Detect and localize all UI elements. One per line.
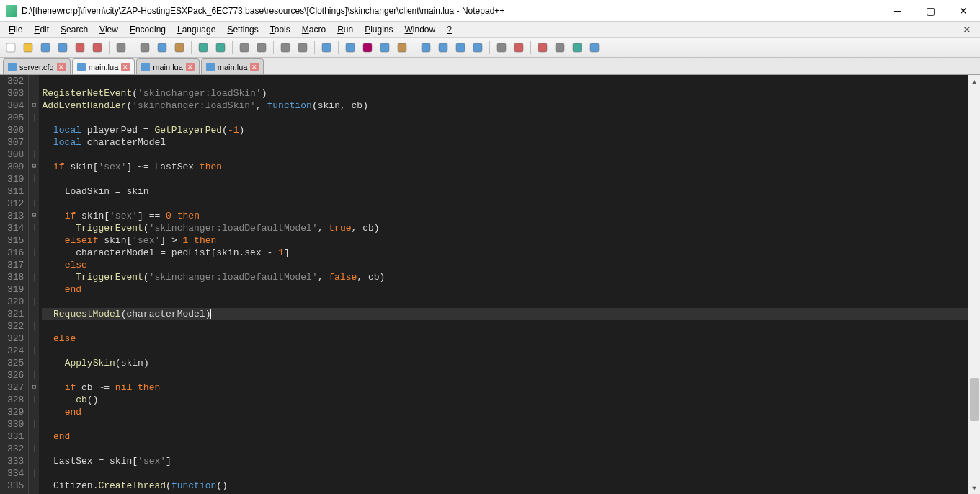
menu-help[interactable]: ? (441, 23, 458, 36)
code-line[interactable] (42, 75, 968, 87)
code-line[interactable]: LastSex = skin['sex'] (42, 455, 968, 467)
menu-macro[interactable]: Macro (296, 23, 331, 36)
code-line[interactable] (42, 369, 968, 381)
tab-close-icon[interactable]: ✕ (121, 63, 130, 71)
code-line[interactable]: LoadSkin = skin (42, 185, 968, 198)
code-line[interactable]: local characterModel (42, 136, 968, 149)
undo-button[interactable] (195, 40, 211, 56)
code-line[interactable]: end (42, 406, 968, 418)
code-line[interactable] (42, 418, 968, 431)
code-line[interactable]: Citizen.CreateThread(function() (42, 480, 968, 492)
function-button[interactable] (470, 40, 486, 56)
fold-marker[interactable]: ⊟ (29, 161, 39, 173)
code-line[interactable]: if cb ~= nil then (42, 381, 968, 394)
sync-button[interactable] (318, 40, 334, 56)
code-editor[interactable]: 3023033043053063073083093103113123133143… (0, 75, 968, 494)
code-line[interactable] (42, 149, 968, 161)
code-line[interactable]: else (42, 259, 968, 271)
scroll-thumb[interactable] (970, 378, 979, 421)
code-line[interactable]: RequestModel(characterModel) (42, 308, 968, 320)
menu-settings[interactable]: Settings (221, 23, 264, 36)
tab-2[interactable]: main.lua✕ (136, 58, 200, 74)
tab-close-icon[interactable]: ✕ (57, 63, 66, 71)
code-content[interactable]: RegisterNetEvent('skinchanger:loadSkin')… (39, 75, 968, 494)
zoom-in-button[interactable] (277, 40, 293, 56)
code-line[interactable] (42, 320, 968, 332)
tab-1[interactable]: main.lua✕ (72, 58, 135, 74)
menu-view[interactable]: View (94, 23, 124, 36)
comment-button[interactable] (435, 40, 451, 56)
playback-button[interactable] (511, 40, 527, 56)
code-line[interactable]: TriggerEvent('skinchanger:loadDefaultMod… (42, 222, 968, 234)
tab-3[interactable]: main.lua✕ (201, 58, 264, 74)
bookmark-button[interactable] (494, 40, 509, 56)
fold-marker[interactable]: ⊟ (29, 381, 39, 394)
close-button[interactable]: ✕ (947, 0, 980, 22)
tab-0[interactable]: server.cfg✕ (3, 58, 71, 74)
code-line[interactable]: AddEventHandler('skinchanger:loadSkin', … (42, 100, 968, 112)
save-all-button[interactable] (55, 40, 71, 56)
code-line[interactable]: end (42, 431, 968, 443)
tab-close-icon[interactable]: ✕ (250, 63, 259, 71)
copy-button[interactable] (154, 40, 170, 56)
menu-encoding[interactable]: Encoding (124, 23, 172, 36)
open-button[interactable] (20, 40, 36, 56)
cut-button[interactable] (137, 40, 153, 56)
menu-language[interactable]: Language (172, 23, 221, 36)
fold-column[interactable]: ⊟││⊟││⊟│││││││⊟│││││ (29, 75, 39, 494)
lang-button[interactable] (394, 40, 410, 56)
stop-button[interactable] (552, 40, 568, 56)
eol-button[interactable] (418, 40, 434, 56)
menu-search[interactable]: Search (55, 23, 94, 36)
redo-button[interactable] (213, 40, 228, 56)
code-line[interactable] (42, 112, 968, 124)
code-line[interactable]: elseif skin['sex'] > 1 then (42, 234, 968, 247)
maximize-button[interactable]: ▢ (914, 0, 947, 22)
code-line[interactable]: end (42, 283, 968, 296)
code-line[interactable] (42, 345, 968, 357)
menu-window[interactable]: Window (399, 23, 442, 36)
chars-button[interactable] (360, 40, 375, 56)
code-line[interactable]: characterModel = pedList[skin.sex - 1] (42, 247, 968, 259)
tab-close-icon[interactable]: ✕ (186, 63, 195, 71)
close-button[interactable] (72, 40, 88, 56)
menu-plugins[interactable]: Plugins (359, 23, 398, 36)
record-button[interactable] (535, 40, 551, 56)
find-button[interactable] (236, 40, 252, 56)
code-line[interactable] (42, 173, 968, 185)
play-rec-button[interactable] (569, 40, 585, 56)
code-line[interactable]: ApplySkin(skin) (42, 357, 968, 369)
menu-file[interactable]: File (3, 23, 28, 36)
menu-run[interactable]: Run (331, 23, 359, 36)
play-button[interactable] (587, 40, 602, 56)
vertical-scrollbar[interactable]: ▲ ▼ (968, 75, 980, 494)
replace-button[interactable] (254, 40, 270, 56)
scroll-down-icon[interactable]: ▼ (968, 482, 980, 494)
menu-edit[interactable]: Edit (28, 23, 55, 36)
fold-marker[interactable]: ⊟ (29, 100, 39, 112)
code-line[interactable]: TriggerEvent('skinchanger:loadDefaultMod… (42, 271, 968, 283)
new-button[interactable] (3, 40, 19, 56)
menu-tools[interactable]: Tools (264, 23, 296, 36)
code-line[interactable]: if skin['sex'] == 0 then (42, 210, 968, 222)
code-line[interactable] (42, 467, 968, 480)
code-line[interactable]: cb() (42, 394, 968, 406)
code-line[interactable]: else (42, 332, 968, 345)
menubar-close-icon[interactable]: ✕ (957, 24, 977, 35)
code-line[interactable]: local playerPed = GetPlayerPed(-1) (42, 124, 968, 136)
indent-button[interactable] (377, 40, 393, 56)
code-line[interactable]: if skin['sex'] ~= LastSex then (42, 161, 968, 173)
wrap-button[interactable] (342, 40, 358, 56)
fold-marker[interactable]: ⊟ (29, 210, 39, 222)
uncomment-button[interactable] (453, 40, 468, 56)
code-line[interactable] (42, 443, 968, 455)
code-line[interactable] (42, 296, 968, 308)
print-button[interactable] (113, 40, 129, 56)
close-all-button[interactable] (89, 40, 105, 56)
scroll-up-icon[interactable]: ▲ (968, 75, 980, 87)
code-line[interactable]: RegisterNetEvent('skinchanger:loadSkin') (42, 87, 968, 100)
zoom-out-button[interactable] (295, 40, 311, 56)
paste-button[interactable] (172, 40, 187, 56)
minimize-button[interactable]: ─ (881, 0, 914, 22)
save-button[interactable] (37, 40, 53, 56)
